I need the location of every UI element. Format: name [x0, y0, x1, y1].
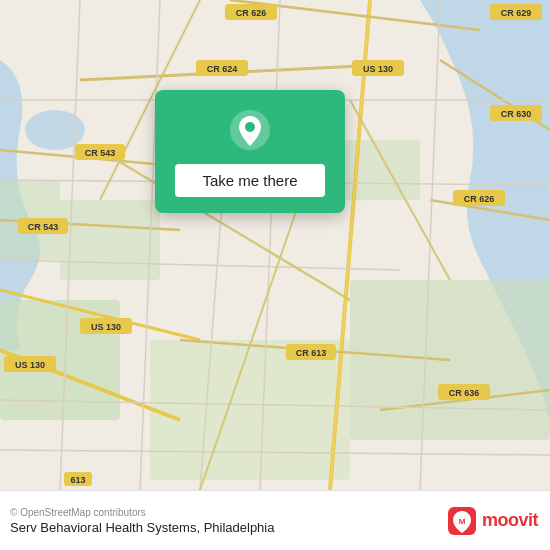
svg-text:CR 613: CR 613 [296, 348, 327, 358]
svg-point-61 [245, 122, 255, 132]
svg-text:CR 543: CR 543 [85, 148, 116, 158]
map-svg: CR 626 CR 629 CR 624 CR 543 US 130 CR 63… [0, 0, 550, 490]
bottom-left-info: © OpenStreetMap contributors Serv Behavi… [10, 507, 274, 535]
moovit-icon: M [448, 507, 476, 535]
svg-text:M: M [459, 517, 466, 526]
svg-text:CR 626: CR 626 [464, 194, 495, 204]
location-card: Take me there [155, 90, 345, 213]
svg-rect-4 [150, 340, 350, 480]
svg-text:CR 636: CR 636 [449, 388, 480, 398]
svg-text:CR 543: CR 543 [28, 222, 59, 232]
svg-text:US 130: US 130 [363, 64, 393, 74]
svg-text:CR 630: CR 630 [501, 109, 532, 119]
moovit-label: moovit [482, 510, 538, 531]
svg-text:US 130: US 130 [91, 322, 121, 332]
map-attribution: © OpenStreetMap contributors [10, 507, 274, 518]
svg-text:CR 626: CR 626 [236, 8, 267, 18]
svg-text:US 130: US 130 [15, 360, 45, 370]
moovit-logo: M moovit [448, 507, 538, 535]
location-pin-icon [228, 108, 272, 152]
place-name: Serv Behavioral Health Systems, Philadel… [10, 520, 274, 535]
svg-text:613: 613 [70, 475, 85, 485]
svg-text:CR 629: CR 629 [501, 8, 532, 18]
map-container: CR 626 CR 629 CR 624 CR 543 US 130 CR 63… [0, 0, 550, 490]
svg-rect-5 [60, 200, 160, 280]
bottom-bar: © OpenStreetMap contributors Serv Behavi… [0, 490, 550, 550]
svg-text:CR 624: CR 624 [207, 64, 238, 74]
take-me-there-button[interactable]: Take me there [175, 164, 325, 197]
